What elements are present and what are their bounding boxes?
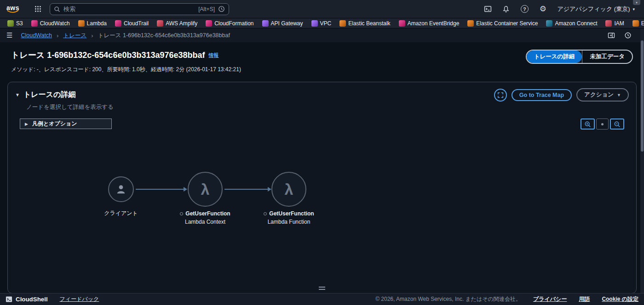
zoom-dot-icon <box>601 123 604 125</box>
main-content: トレース 1-696b132c-654c6e0b3b313a976e38bbaf… <box>0 42 644 301</box>
favorite-service-eventbridge[interactable]: Amazon EventBridge <box>395 18 463 28</box>
breadcrumb-traces[interactable]: トレース <box>63 32 86 40</box>
split-panel-button[interactable] <box>606 30 616 40</box>
topbar-collapse-button[interactable]: ▾ <box>633 0 640 5</box>
cloudshell-label: CloudShell <box>16 296 48 303</box>
go-to-trace-map-button[interactable]: Go to Trace Map <box>512 89 572 101</box>
status-circle-icon <box>180 212 183 215</box>
favorite-service-ec2[interactable]: EC2 <box>629 18 644 28</box>
toggle-trace-details[interactable]: トレースの詳細 <box>527 51 582 63</box>
cloudtrail-service-icon <box>115 20 121 27</box>
favorite-service-amplify[interactable]: AWS Amplify <box>153 18 201 28</box>
info-link[interactable]: 情報 <box>209 52 219 58</box>
page-title: トレース 1-696b132c-654c6e0b3b313a976e38bbaf… <box>11 50 241 61</box>
cookie-settings-link[interactable]: Cookie の設定 <box>602 295 638 303</box>
person-icon <box>115 183 127 195</box>
graph-edge <box>224 189 269 190</box>
ec2-service-icon <box>632 20 639 27</box>
favorite-label: IAM <box>614 20 624 27</box>
lambda-icon: λ <box>201 181 210 197</box>
help-icon: ? <box>521 5 529 13</box>
eventbridge-service-icon <box>399 20 405 27</box>
chevron-down-icon: ▼ <box>15 92 20 97</box>
api-gateway-service-icon <box>262 20 269 27</box>
settings-button[interactable]: ⚙ <box>536 2 550 16</box>
search-box[interactable]: [Alt+S] <box>50 3 229 15</box>
zoom-out-button[interactable] <box>610 119 624 130</box>
toggle-raw-data[interactable]: 未加工データ <box>582 51 632 63</box>
cloudwatch-service-icon <box>31 20 38 27</box>
terminal-icon <box>484 5 492 13</box>
favorite-service-cloudwatch[interactable]: CloudWatch <box>28 18 74 28</box>
favorite-service-ecs[interactable]: Elastic Container Service <box>464 18 541 28</box>
actions-label: アクション <box>584 91 614 99</box>
scrollbar-thumb[interactable] <box>641 40 644 152</box>
favorite-service-cloudtrail[interactable]: CloudTrail <box>111 18 152 28</box>
favorite-label: Lambda <box>87 20 107 27</box>
favorite-label: Elastic Beanstalk <box>348 20 390 27</box>
notifications-button[interactable] <box>499 2 513 16</box>
favorite-label: S3 <box>16 20 23 27</box>
favorite-service-vpc[interactable]: VPC <box>308 18 335 28</box>
cloudshell-footer-button[interactable]: CloudShell <box>6 296 48 303</box>
favorite-label: VPC <box>320 20 332 27</box>
page-header: トレース 1-696b132c-654c6e0b3b313a976e38bbaf… <box>7 42 637 73</box>
zoom-level-indicator[interactable] <box>596 119 609 130</box>
feedback-link[interactable]: フィードバック <box>60 295 99 303</box>
search-input[interactable] <box>63 6 195 12</box>
panel-collapse-button[interactable]: ▼ <box>15 92 20 97</box>
cloudformation-service-icon <box>206 20 212 27</box>
favorite-service-s3[interactable]: S3 <box>4 18 27 28</box>
panel-title: トレースの詳細 <box>23 90 76 100</box>
search-shortcut-hint: [Alt+S] <box>198 6 215 12</box>
status-circle-icon <box>264 212 267 215</box>
help-button[interactable]: ? <box>518 2 531 16</box>
panel-resize-handle[interactable] <box>319 287 325 290</box>
region-selector[interactable]: アジアパシフィック (東京) ▾ <box>554 5 638 13</box>
node-lambda-context[interactable]: λ <box>188 172 223 207</box>
split-panel-icon <box>608 32 615 39</box>
legend-label: 凡例とオプション <box>32 120 77 128</box>
trace-graph: ▶ 凡例とオプション λ λ <box>8 114 636 293</box>
favorite-label: Elastic Container Service <box>476 20 538 27</box>
favorite-service-iam[interactable]: IAM <box>602 18 627 28</box>
connect-service-icon <box>546 20 552 27</box>
favorite-label: API Gateway <box>271 20 303 27</box>
side-navigation-toggle[interactable]: ☰ <box>6 31 12 40</box>
fullscreen-button[interactable] <box>494 89 507 102</box>
breadcrumb-cloudwatch[interactable]: CloudWatch <box>21 32 52 39</box>
terms-link[interactable]: 用語 <box>579 295 590 303</box>
copyright-text: © 2026, Amazon Web Services, Inc. またはその関… <box>375 295 521 303</box>
favorite-service-connect[interactable]: Amazon Connect <box>542 18 601 28</box>
node-client[interactable] <box>108 176 134 202</box>
favorite-label: CloudTrail <box>124 20 149 27</box>
search-menu-icon[interactable] <box>218 6 225 12</box>
chevron-right-icon: ▶ <box>25 122 28 126</box>
aws-logo[interactable]: aws <box>6 5 19 13</box>
app-grid-icon <box>34 6 41 12</box>
auto-refresh-button[interactable] <box>623 30 633 40</box>
bell-icon <box>502 6 510 13</box>
favorite-label: Amazon Connect <box>555 20 597 27</box>
node-lambda-function[interactable]: λ <box>271 172 306 207</box>
favorite-service-cloudformation[interactable]: CloudFormation <box>202 18 257 28</box>
cloudshell-topnav-button[interactable] <box>481 2 494 16</box>
favorite-label: CloudWatch <box>40 20 70 27</box>
favorite-service-elastic-beanstalk[interactable]: Elastic Beanstalk <box>336 18 394 28</box>
zoom-in-button[interactable] <box>581 119 595 130</box>
chevron-down-icon: ▾ <box>636 1 638 5</box>
region-label: アジアパシフィック (東京) <box>557 5 630 13</box>
favorite-label: AWS Amplify <box>166 20 197 27</box>
actions-dropdown-button[interactable]: アクション ▼ <box>576 88 629 102</box>
chevron-down-icon: ▼ <box>617 93 621 97</box>
trace-metadata: メソッド: -、レスポンスコード: 200、所要時間: 1.0秒、経過時間: 2… <box>11 66 241 73</box>
favorites-bar: S3 CloudWatch Lambda CloudTrail AWS Ampl… <box>0 18 644 28</box>
favorite-service-api-gateway[interactable]: API Gateway <box>259 18 307 28</box>
privacy-link[interactable]: プライバシー <box>533 295 567 303</box>
favorite-service-lambda[interactable]: Lambda <box>75 18 110 28</box>
graph-edge <box>136 189 184 190</box>
vertical-scrollbar[interactable] <box>640 28 644 293</box>
legend-options-button[interactable]: ▶ 凡例とオプション <box>20 119 112 129</box>
services-menu-button[interactable] <box>31 2 45 16</box>
favorite-label: EC2 <box>641 20 644 27</box>
